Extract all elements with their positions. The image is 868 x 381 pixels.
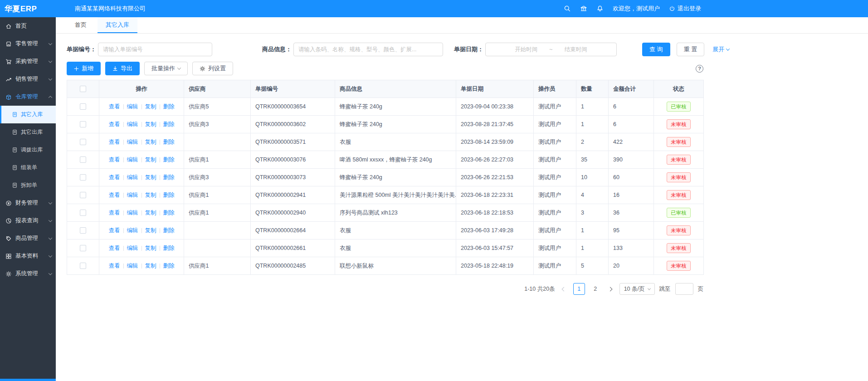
help-icon[interactable]: ? xyxy=(696,65,703,73)
row-action-edit[interactable]: 编辑 xyxy=(127,138,138,146)
sidebar-item-transfer-outbound[interactable]: 调拨出库 xyxy=(0,141,56,159)
column-settings-button[interactable]: 列设置 xyxy=(192,62,233,75)
actions-cell: 查看编辑复制删除 xyxy=(109,209,175,217)
tab-home[interactable]: 首页 xyxy=(67,17,95,33)
row-action-view[interactable]: 查看 xyxy=(109,174,120,181)
row-checkbox[interactable] xyxy=(80,174,86,181)
row-checkbox[interactable] xyxy=(80,156,86,163)
row-action-edit[interactable]: 编辑 xyxy=(127,209,138,217)
row-action-delete[interactable]: 删除 xyxy=(163,156,175,164)
bill-no-input[interactable] xyxy=(98,43,212,56)
row-action-view[interactable]: 查看 xyxy=(109,156,120,164)
row-action-view[interactable]: 查看 xyxy=(109,121,120,128)
search-icon[interactable] xyxy=(564,5,571,12)
row-action-copy[interactable]: 复制 xyxy=(145,209,156,217)
prev-page-button[interactable] xyxy=(560,283,569,295)
row-action-copy[interactable]: 复制 xyxy=(145,156,156,164)
tab-other-inbound[interactable]: 其它入库 xyxy=(98,17,137,33)
row-action-copy[interactable]: 复制 xyxy=(145,174,156,181)
row-action-delete[interactable]: 删除 xyxy=(163,174,175,181)
sidebar-item-products[interactable]: 商品管理 xyxy=(0,230,56,247)
bell-icon[interactable] xyxy=(596,5,604,12)
expand-link[interactable]: 展开 xyxy=(712,45,729,54)
sidebar-collapse-bar[interactable] xyxy=(0,379,56,381)
row-action-edit[interactable]: 编辑 xyxy=(127,191,138,199)
row-action-edit[interactable]: 编辑 xyxy=(127,156,138,164)
sidebar-item-label: 首页 xyxy=(15,22,27,30)
cell-date: 2023-06-18 22:23:31 xyxy=(456,186,534,204)
cell-date: 2023-06-03 15:47:57 xyxy=(456,239,534,257)
sidebar-item-disassembly[interactable]: 拆卸单 xyxy=(0,176,56,194)
row-action-edit[interactable]: 编辑 xyxy=(127,103,138,111)
sidebar-item-assembly[interactable]: 组装单 xyxy=(0,159,56,176)
row-action-copy[interactable]: 复制 xyxy=(145,138,156,146)
row-checkbox[interactable] xyxy=(80,245,86,251)
row-action-copy[interactable]: 复制 xyxy=(145,244,156,252)
row-action-view[interactable]: 查看 xyxy=(109,262,120,270)
page-size-select[interactable]: 10 条/页 xyxy=(619,283,655,295)
row-action-delete[interactable]: 删除 xyxy=(163,262,175,270)
row-action-view[interactable]: 查看 xyxy=(109,191,120,199)
row-action-view[interactable]: 查看 xyxy=(109,138,120,146)
sidebar-item-home[interactable]: 首页 xyxy=(0,17,56,35)
row-action-delete[interactable]: 删除 xyxy=(163,103,175,111)
sidebar-item-reports[interactable]: 报表查询 xyxy=(0,212,56,230)
row-action-edit[interactable]: 编辑 xyxy=(127,262,138,270)
row-action-delete[interactable]: 删除 xyxy=(163,121,175,128)
row-action-edit[interactable]: 编辑 xyxy=(127,227,138,234)
row-action-edit[interactable]: 编辑 xyxy=(127,244,138,252)
sidebar-item-other-outbound[interactable]: 其它出库 xyxy=(0,123,56,141)
cell-amount: 95 xyxy=(609,222,654,239)
row-action-edit[interactable]: 编辑 xyxy=(127,174,138,181)
jump-page-input[interactable] xyxy=(675,283,693,295)
row-action-delete[interactable]: 删除 xyxy=(163,209,175,217)
row-action-copy[interactable]: 复制 xyxy=(145,227,156,234)
date-range-picker[interactable]: 开始时间 ~ 结束时间 xyxy=(485,43,617,56)
row-action-view[interactable]: 查看 xyxy=(109,209,120,217)
sidebar-item-sales[interactable]: 销售管理 xyxy=(0,70,56,88)
row-action-view[interactable]: 查看 xyxy=(109,103,120,111)
row-action-delete[interactable]: 删除 xyxy=(163,227,175,234)
cell-amount: 20 xyxy=(609,257,654,275)
sidebar-item-finance[interactable]: 财务管理 xyxy=(0,194,56,212)
page-number-2[interactable]: 2 xyxy=(590,283,601,295)
sidebar-item-other-inbound[interactable]: 其它入库 xyxy=(0,106,56,123)
row-checkbox[interactable] xyxy=(80,121,86,127)
logout-label: 退出登录 xyxy=(678,5,701,13)
product-info-input[interactable] xyxy=(293,43,443,56)
row-checkbox[interactable] xyxy=(80,192,86,198)
row-checkbox[interactable] xyxy=(80,263,86,269)
row-action-view[interactable]: 查看 xyxy=(109,244,120,252)
select-all-checkbox[interactable] xyxy=(80,86,86,92)
sidebar-item-basic-data[interactable]: 基本资料 xyxy=(0,247,56,265)
row-checkbox[interactable] xyxy=(80,210,86,216)
row-action-delete[interactable]: 删除 xyxy=(163,191,175,199)
row-action-edit[interactable]: 编辑 xyxy=(127,121,138,128)
sidebar-item-system[interactable]: 系统管理 xyxy=(0,265,56,283)
row-checkbox[interactable] xyxy=(80,227,86,234)
bank-icon[interactable] xyxy=(580,5,587,12)
next-page-button[interactable] xyxy=(606,283,615,295)
export-button[interactable]: 导出 xyxy=(105,62,140,75)
row-action-delete[interactable]: 删除 xyxy=(163,244,175,252)
row-action-copy[interactable]: 复制 xyxy=(145,191,156,199)
logout-button[interactable]: 退出登录 xyxy=(669,5,701,13)
batch-actions-button[interactable]: 批量操作 xyxy=(144,62,188,75)
page-number-1[interactable]: 1 xyxy=(573,283,585,295)
row-action-copy[interactable]: 复制 xyxy=(145,103,156,111)
chevron-down-icon xyxy=(49,218,52,222)
reset-button[interactable]: 重 置 xyxy=(677,43,705,56)
inbound-table: 操作 供应商 单据编号 商品信息 单据日期 操作员 数量 金额合计 状态 xyxy=(67,80,704,275)
add-button[interactable]: 新增 xyxy=(67,62,101,75)
row-action-view[interactable]: 查看 xyxy=(109,227,120,234)
sidebar-item-warehouse[interactable]: 仓库管理 xyxy=(0,88,56,106)
sidebar-item-purchase[interactable]: 采购管理 xyxy=(0,53,56,70)
row-checkbox[interactable] xyxy=(80,139,86,145)
search-button[interactable]: 查 询 xyxy=(642,43,670,56)
sidebar-item-retail[interactable]: 零售管理 xyxy=(0,35,56,53)
row-checkbox[interactable] xyxy=(80,103,86,110)
row-action-copy[interactable]: 复制 xyxy=(145,121,156,128)
row-action-delete[interactable]: 删除 xyxy=(163,138,175,146)
row-action-copy[interactable]: 复制 xyxy=(145,262,156,270)
cell-operator: 测试用户 xyxy=(534,257,576,275)
